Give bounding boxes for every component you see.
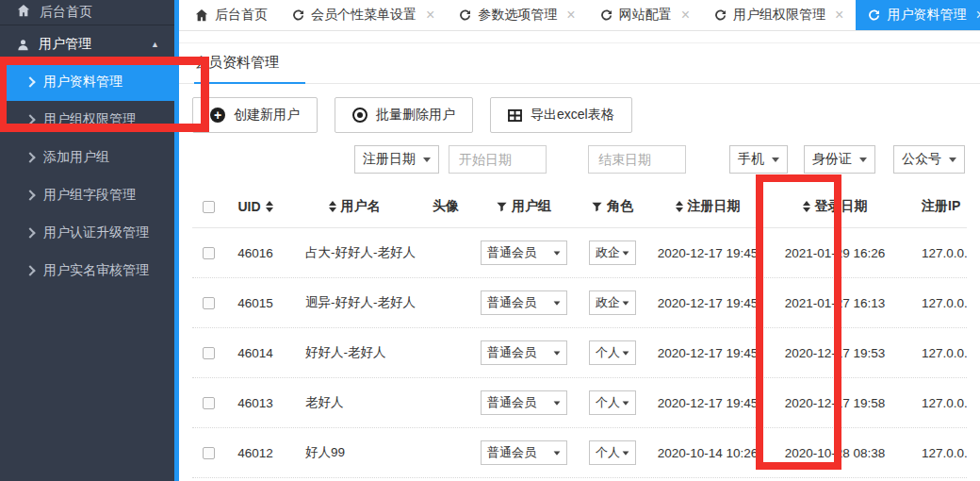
group-select[interactable]: 普通会员: [481, 340, 567, 365]
user-icon: [17, 39, 29, 51]
role-select[interactable]: 个人: [589, 390, 636, 415]
home-icon: [195, 8, 208, 22]
sidebar-item-label: 用户组字段管理: [43, 187, 136, 204]
public-account-filter-select[interactable]: 公众号: [893, 145, 965, 174]
role-select[interactable]: 政企: [589, 240, 636, 265]
sidebar-item-home[interactable]: 后台首页: [0, 0, 174, 25]
sort-icon[interactable]: [329, 201, 336, 212]
caret-down-icon: [623, 351, 629, 355]
tab[interactable]: 参数选项管理 ×: [447, 0, 587, 30]
role-select[interactable]: 政企: [589, 290, 636, 315]
id-card-filter-select[interactable]: 身份证: [804, 145, 875, 174]
sidebar-item[interactable]: 用户组字段管理: [0, 176, 174, 214]
sidebar-home-label: 后台首页: [40, 4, 92, 21]
header-cell-uid[interactable]: UID: [224, 199, 286, 214]
collapse-arrow-icon[interactable]: ▲: [151, 40, 159, 49]
user-table: UID 用户名 头像 用户组 角色: [192, 186, 967, 478]
header-cell-avatar: 头像: [422, 198, 469, 215]
create-user-label: 创建新用户: [234, 107, 300, 124]
caret-down-icon: [423, 158, 431, 162]
content-panel: 会员资料管理 + 创建新用户 批量删除用户 导出excel表格 注册日期: [179, 42, 980, 478]
filter-row: 注册日期 手机 身份证 公众号 微信登录: [179, 145, 980, 174]
sort-icon[interactable]: [266, 201, 273, 212]
row-checkbox[interactable]: [203, 397, 215, 409]
cell-role: 个人: [579, 340, 646, 365]
header-avatar-label: 头像: [433, 198, 459, 215]
role-select-value: 个人: [596, 394, 620, 411]
group-select[interactable]: 普通会员: [481, 240, 567, 265]
create-user-button[interactable]: + 创建新用户: [192, 97, 318, 133]
close-icon[interactable]: ×: [566, 8, 575, 23]
sidebar-item[interactable]: 用户组权限管理: [0, 101, 174, 139]
filter-funnel-icon[interactable]: [497, 202, 507, 212]
row-checkbox[interactable]: [203, 347, 215, 359]
cell-reg-ip: 127.0.0.: [901, 396, 967, 410]
table-row: 46015 迥异-好好人-老好人 普通会员 政企: [192, 278, 967, 328]
row-checkbox[interactable]: [203, 247, 215, 259]
tab[interactable]: 用户资料管理 ×: [856, 0, 980, 30]
select-all-checkbox[interactable]: [203, 201, 215, 213]
start-date-input[interactable]: [449, 145, 547, 174]
export-excel-button[interactable]: 导出excel表格: [490, 97, 632, 133]
tab-label: 用户资料管理: [887, 7, 966, 24]
row-checkbox[interactable]: [203, 447, 215, 459]
caret-down-icon: [554, 301, 561, 305]
phone-filter-select[interactable]: 手机: [729, 145, 788, 174]
close-icon[interactable]: ×: [835, 8, 843, 23]
header-cell-reg-date[interactable]: 注册日期: [646, 198, 769, 215]
header-cell-username[interactable]: 用户名: [286, 198, 422, 215]
tab-label: 会员个性菜单设置: [311, 7, 416, 24]
batch-delete-label: 批量删除用户: [376, 107, 455, 124]
tab[interactable]: 用户组权限管理 ×: [702, 0, 856, 30]
reg-date-filter-select[interactable]: 注册日期: [354, 145, 439, 174]
panel-title-bar: 会员资料管理: [179, 43, 980, 84]
public-account-filter-label: 公众号: [902, 151, 941, 168]
close-icon[interactable]: ×: [426, 8, 434, 23]
group-select-value: 普通会员: [487, 244, 536, 261]
caret-down-icon: [623, 401, 629, 405]
home-icon: [17, 4, 30, 17]
sidebar-item[interactable]: 用户认证升级管理: [0, 214, 174, 252]
tab[interactable]: 会员个性菜单设置 ×: [280, 0, 447, 30]
group-select[interactable]: 普通会员: [481, 440, 567, 465]
circle-dot-icon: [352, 108, 368, 123]
header-group-label: 用户组: [512, 198, 551, 215]
sidebar-item[interactable]: 用户资料管理: [0, 63, 174, 101]
close-icon[interactable]: ×: [681, 8, 690, 23]
sidebar-item[interactable]: 用户实名审核管理: [0, 252, 174, 290]
row-checkbox[interactable]: [203, 297, 215, 309]
sidebar-item-label: 用户资料管理: [43, 74, 122, 91]
cell-reg-date: 2020-10-14 10:26: [646, 446, 769, 460]
sidebar-item-label: 添加用户组: [43, 149, 109, 166]
group-select[interactable]: 普通会员: [481, 290, 567, 315]
role-select[interactable]: 个人: [589, 440, 636, 465]
header-cell-login-date[interactable]: 登录日期: [769, 198, 901, 215]
caret-down-icon: [554, 401, 561, 405]
role-select[interactable]: 个人: [589, 340, 636, 365]
chevron-right-icon: [24, 227, 35, 238]
end-date-input[interactable]: [588, 145, 686, 174]
cell-username: 老好人: [286, 394, 422, 411]
plus-circle-icon: +: [210, 108, 225, 123]
close-icon[interactable]: ×: [975, 8, 980, 23]
sidebar-item[interactable]: 添加用户组: [0, 139, 174, 176]
cell-login-date: 2020-10-28 08:38: [769, 446, 901, 460]
header-role-label: 角色: [607, 198, 633, 215]
group-select[interactable]: 普通会员: [481, 390, 567, 415]
cell-login-date: 2021-01-29 16:26: [769, 246, 901, 260]
sort-icon[interactable]: [676, 201, 683, 212]
phone-filter-label: 手机: [738, 151, 764, 168]
filter-funnel-icon[interactable]: [592, 202, 602, 212]
cell-username: 好好人-老好人: [286, 344, 422, 361]
sidebar-submenu: 用户资料管理 用户组权限管理 添加用户组 用户组字段管理 用户认证升级管理: [0, 63, 174, 290]
sidebar-item-label: 用户组权限管理: [43, 111, 136, 128]
role-select-value: 政企: [596, 294, 620, 311]
tab[interactable]: 后台首页 ×: [183, 0, 280, 30]
header-cell-group[interactable]: 用户组: [469, 198, 579, 215]
header-cell-role[interactable]: 角色: [579, 198, 646, 215]
batch-delete-button[interactable]: 批量删除用户: [335, 97, 473, 133]
sidebar-section-user-management[interactable]: 用户管理 ▲: [0, 25, 174, 63]
cell-username: 迥异-好好人-老好人: [286, 294, 422, 311]
tab[interactable]: 网站配置 ×: [588, 0, 702, 30]
sort-icon[interactable]: [803, 201, 810, 212]
